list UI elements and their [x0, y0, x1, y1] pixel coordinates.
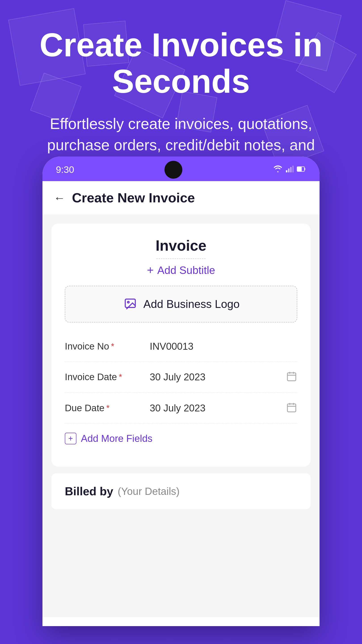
billed-by-subtitle: (Your Details) — [118, 485, 180, 497]
required-indicator-3: * — [106, 404, 109, 413]
phone-screen: 9:30 — [42, 156, 320, 626]
invoice-date-value[interactable]: 30 July 2023 — [145, 372, 286, 382]
required-indicator: * — [111, 342, 114, 351]
billed-by-header: Billed by (Your Details) — [65, 484, 297, 498]
invoice-date-label: Invoice Date * — [65, 372, 145, 382]
add-subtitle-button[interactable]: + Add Subtitle — [65, 264, 297, 277]
add-more-fields-label: Add More Fields — [81, 433, 152, 444]
billed-by-title: Billed by — [65, 484, 113, 498]
app-header: ← Create New Invoice — [42, 181, 320, 215]
add-more-fields-button[interactable]: + Add More Fields — [65, 424, 297, 453]
svg-rect-8 — [287, 373, 296, 380]
battery-icon — [297, 165, 306, 175]
due-date-field: Due Date * 30 July 2023 — [65, 393, 297, 424]
svg-rect-2 — [290, 167, 292, 172]
status-icons — [273, 164, 306, 175]
logo-upload-button[interactable]: Add Business Logo — [65, 286, 297, 322]
wifi-icon — [273, 164, 283, 175]
signal-icon — [286, 164, 294, 175]
required-indicator-2: * — [119, 372, 122, 382]
image-icon — [122, 298, 138, 311]
plus-icon: + — [147, 264, 153, 277]
calendar-icon-invoice-date[interactable] — [286, 371, 297, 383]
svg-point-7 — [127, 302, 129, 303]
phone-mockup: 9:30 — [42, 156, 320, 626]
invoice-card: Invoice + Add Subtitle Add Business Logo — [51, 224, 311, 467]
camera-cutout — [164, 161, 182, 179]
svg-rect-6 — [125, 299, 135, 308]
status-time: 9:30 — [56, 164, 74, 175]
invoice-date-field: Invoice Date * 30 July 2023 — [65, 362, 297, 393]
form-area: Invoice + Add Subtitle Add Business Logo — [42, 215, 320, 617]
svg-rect-1 — [288, 168, 289, 172]
invoice-header: Invoice + Add Subtitle — [65, 237, 297, 277]
invoice-type-title: Invoice — [65, 237, 297, 254]
invoice-no-label: Invoice No * — [65, 341, 145, 352]
billed-by-section: Billed by (Your Details) — [51, 474, 311, 509]
status-bar: 9:30 — [42, 156, 320, 181]
add-subtitle-label: Add Subtitle — [157, 264, 215, 276]
svg-rect-12 — [287, 404, 296, 412]
back-button[interactable]: ← — [54, 191, 65, 204]
due-date-value[interactable]: 30 July 2023 — [145, 402, 286, 414]
subtitle-divider — [156, 258, 206, 259]
hero-title: Create Invoices in Seconds — [22, 27, 340, 100]
svg-rect-3 — [292, 166, 294, 172]
svg-rect-5 — [298, 167, 302, 171]
page-title: Create New Invoice — [72, 190, 195, 206]
add-logo-label: Add Business Logo — [143, 298, 240, 310]
calendar-icon-due-date[interactable] — [286, 402, 297, 414]
invoice-no-value[interactable]: INV00013 — [145, 341, 297, 352]
invoice-no-field: Invoice No * INV00013 — [65, 332, 297, 362]
add-more-icon: + — [65, 433, 76, 444]
svg-rect-0 — [286, 170, 287, 172]
due-date-label: Due Date * — [65, 403, 145, 414]
